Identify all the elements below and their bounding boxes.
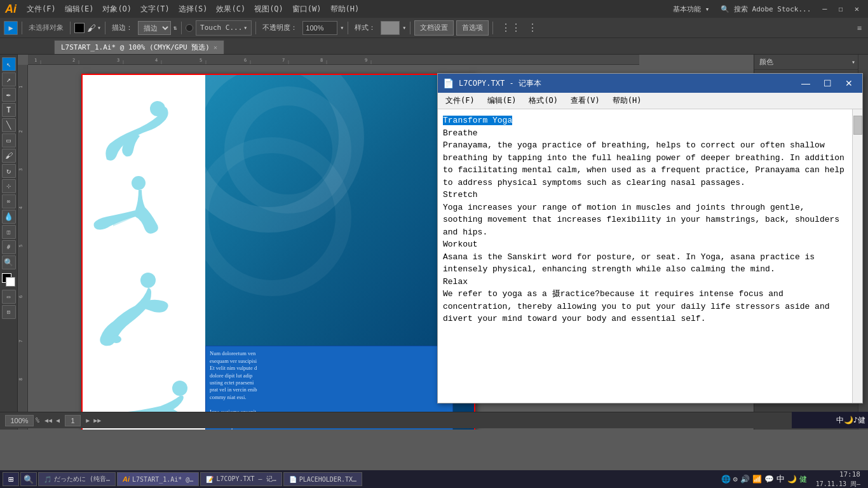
np-file[interactable]: 文件(F) bbox=[440, 94, 480, 107]
search-button[interactable]: 🔍 bbox=[20, 472, 37, 486]
notepad-scrollbar[interactable] bbox=[852, 109, 862, 403]
zoom-tool[interactable]: 🔍 bbox=[2, 255, 16, 269]
menu-file[interactable]: 文件(F) bbox=[23, 3, 60, 16]
notepad-window: 📄 L7COPY.TXT - 记事本 — ☐ ✕ 文件(F) 编辑(E) 格式(… bbox=[437, 73, 863, 403]
taskbar-music[interactable]: 🎵 だっために (纯音… bbox=[38, 472, 116, 486]
menu-edit[interactable]: 编辑(E) bbox=[61, 3, 98, 16]
np-view[interactable]: 查看(V) bbox=[566, 94, 605, 107]
minimize-btn[interactable]: — bbox=[818, 3, 831, 15]
opacity-input[interactable] bbox=[302, 21, 337, 35]
taskbar-clock[interactable]: 17:18 17.11.13 周— bbox=[811, 470, 865, 487]
divider6 bbox=[348, 22, 348, 34]
svg-text:5: 5 bbox=[200, 58, 202, 63]
notepad-line-breathe: Breathe bbox=[443, 128, 478, 138]
pen-tool[interactable]: ✒ bbox=[2, 88, 16, 102]
ruler-top: 1 2 3 4 5 6 7 8 9 bbox=[28, 55, 639, 65]
np-edit[interactable]: 编辑(E) bbox=[482, 94, 522, 107]
page-nav-next[interactable]: ▶ ▶▶ bbox=[86, 417, 101, 424]
restore-btn[interactable]: ☐ bbox=[835, 3, 847, 15]
brush-tool[interactable]: 🖌 bbox=[2, 149, 16, 163]
stroke-arrows[interactable]: ⇅ bbox=[173, 24, 177, 31]
systray-moon[interactable]: 🌙 bbox=[787, 475, 797, 484]
stroke-color-swatch[interactable] bbox=[74, 23, 85, 33]
menu-select[interactable]: 选择(S) bbox=[175, 3, 212, 16]
opacity-arrow[interactable]: ▾ bbox=[340, 24, 344, 31]
blend-tool[interactable]: ∞ bbox=[2, 194, 16, 208]
systray-volume[interactable]: 🔊 bbox=[740, 475, 750, 484]
selection-tool-box[interactable]: ↖ bbox=[2, 57, 16, 71]
rect-tool[interactable]: ▭ bbox=[2, 133, 16, 147]
systray-network[interactable]: 🌐 bbox=[721, 475, 731, 484]
doc-settings-btn[interactable]: 文档设置 bbox=[414, 20, 454, 36]
svg-text:6: 6 bbox=[18, 295, 24, 298]
taskbar-notepad[interactable]: 📝 L7COPY.TXT – 记… bbox=[200, 472, 281, 486]
toolbar-more[interactable]: ≡ bbox=[857, 24, 862, 32]
menu-view[interactable]: 视图(Q) bbox=[250, 3, 287, 16]
page-nav-prev[interactable]: ◀◀ ◀ bbox=[44, 417, 60, 424]
svg-text:3: 3 bbox=[18, 168, 24, 171]
notepad-line-s3: and hips. bbox=[443, 227, 487, 237]
notepad-close-btn[interactable]: ✕ bbox=[841, 76, 857, 91]
mesh-tool[interactable]: # bbox=[2, 240, 16, 254]
rotate-tool[interactable]: ↻ bbox=[2, 164, 16, 178]
taskbar-placeholder[interactable]: 📄 PLACEHOLDER.TX… bbox=[283, 472, 362, 486]
brush-dot bbox=[186, 24, 193, 32]
notepad-line-w2: intensely physical, enhancing strength w… bbox=[443, 264, 775, 274]
color-panel-header[interactable]: 颜色 ▾ ≡ bbox=[754, 55, 868, 70]
stroke-select[interactable]: 描边 bbox=[138, 21, 171, 35]
np-help[interactable]: 帮助(H) bbox=[607, 94, 647, 107]
np-format[interactable]: 格式(O) bbox=[524, 94, 563, 107]
notepad-line-s1: Yoga increases your range of motion in m… bbox=[443, 203, 805, 212]
scale-tool[interactable]: ⊹ bbox=[2, 179, 16, 193]
svg-text:7: 7 bbox=[18, 340, 24, 342]
style-arrow[interactable]: ▾ bbox=[402, 24, 406, 31]
systray-health[interactable]: 健 bbox=[799, 474, 807, 485]
svg-text:5: 5 bbox=[18, 245, 24, 247]
placeholder-icon: 📄 bbox=[289, 476, 297, 483]
notepad-line-stretch: Stretch bbox=[443, 190, 478, 200]
notepad-titlebar[interactable]: 📄 L7COPY.TXT - 记事本 — ☐ ✕ bbox=[438, 74, 862, 93]
close-btn[interactable]: ✕ bbox=[851, 3, 863, 15]
brush-options[interactable]: 🖌 ▾ bbox=[87, 23, 101, 33]
eyedropper-tool[interactable]: 💧 bbox=[2, 210, 16, 224]
clock-time: 17:18 bbox=[816, 470, 860, 479]
menu-object[interactable]: 对象(O) bbox=[98, 3, 135, 16]
menu-help[interactable]: 帮助(H) bbox=[327, 3, 363, 16]
zoom-input[interactable] bbox=[5, 415, 34, 426]
style-box[interactable] bbox=[381, 21, 400, 35]
touch-dropdown[interactable]: Touch C... ▾ bbox=[196, 20, 252, 36]
basic-function[interactable]: 基本功能 ▾ bbox=[669, 3, 713, 15]
menu-text[interactable]: 文字(T) bbox=[137, 3, 173, 16]
gradient-tool[interactable]: ◫ bbox=[2, 225, 16, 239]
divider7 bbox=[410, 22, 410, 34]
start-button[interactable]: ⊞ bbox=[3, 472, 19, 486]
divider8 bbox=[492, 22, 493, 34]
draw-mode[interactable]: ▭ bbox=[2, 290, 16, 304]
svg-text:2: 2 bbox=[72, 58, 75, 63]
notepad-minimize-btn[interactable]: — bbox=[797, 76, 814, 91]
systray-settings[interactable]: ⚙ bbox=[733, 475, 738, 484]
notepad-title: L7COPY.TXT - 记事本 bbox=[459, 78, 792, 89]
systray-ime-zh[interactable]: 中 bbox=[776, 473, 785, 485]
screen-mode[interactable]: ⊡ bbox=[2, 305, 16, 319]
adobe-stock-search[interactable]: 🔍 搜索 Adobe Stock... bbox=[717, 3, 815, 15]
notepad-content[interactable]: Transform Yoga Breathe Pranayama, the yo… bbox=[438, 109, 852, 403]
notepad-menubar: 文件(F) 编辑(E) 格式(O) 查看(V) 帮助(H) bbox=[438, 93, 862, 109]
text-tool[interactable]: T bbox=[2, 103, 16, 117]
tab-close-btn[interactable]: ✕ bbox=[214, 44, 217, 51]
prefs-btn[interactable]: 首选项 bbox=[456, 20, 489, 36]
taskbar: ⊞ 🔍 🎵 だっために (纯音… Ai L7START_1.Ai* @… 📝 L… bbox=[0, 470, 868, 488]
selection-tool[interactable]: ▶ bbox=[4, 21, 18, 35]
divider4 bbox=[181, 22, 182, 34]
main-tab[interactable]: L7START_1.Ai* @ 100% (CMYK/GPU 预选) ✕ bbox=[54, 40, 224, 54]
taskbar-ai[interactable]: Ai L7START_1.Ai* @… bbox=[117, 472, 199, 486]
systray-chat[interactable]: 💬 bbox=[764, 475, 774, 484]
page-input[interactable] bbox=[65, 415, 81, 426]
menu-window[interactable]: 窗口(W) bbox=[288, 3, 325, 16]
scrollbar-thumb[interactable] bbox=[853, 116, 862, 135]
systray-wifi[interactable]: 📶 bbox=[752, 475, 762, 484]
notepad-restore-btn[interactable]: ☐ bbox=[819, 76, 836, 91]
menu-effect[interactable]: 效果(C) bbox=[212, 3, 249, 16]
line-tool[interactable]: ╲ bbox=[2, 118, 16, 132]
direct-selection-tool[interactable]: ↗ bbox=[2, 72, 16, 86]
